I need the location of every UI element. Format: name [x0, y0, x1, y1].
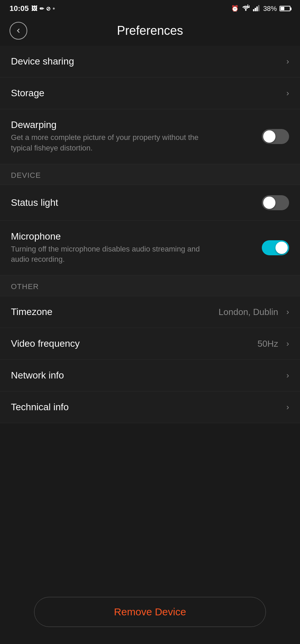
timezone-value: London, Dublin	[219, 307, 278, 317]
device-sharing-item[interactable]: Device sharing ›	[0, 46, 300, 77]
back-button[interactable]	[10, 22, 27, 40]
technical-info-chevron: ›	[286, 402, 289, 412]
other-section-label: OTHER	[11, 282, 39, 291]
device-section-header: DEVICE	[0, 164, 300, 185]
device-sharing-label: Device sharing	[11, 56, 281, 67]
battery-icon	[280, 6, 290, 11]
timezone-item[interactable]: Timezone London, Dublin ›	[0, 296, 300, 328]
svg-rect-5	[256, 6, 258, 11]
svg-rect-1	[247, 4, 248, 8]
status-bar: 10:05 🖼 ✏ ⊘ • ⏰	[0, 0, 300, 16]
status-light-toggle-track[interactable]	[262, 195, 289, 210]
technical-info-item[interactable]: Technical info ›	[0, 391, 300, 423]
timezone-chevron: ›	[286, 307, 289, 317]
signal-icon	[253, 4, 260, 13]
svg-rect-4	[255, 8, 256, 11]
microphone-toggle[interactable]	[262, 240, 289, 255]
dewarping-toggle-track[interactable]	[262, 129, 289, 144]
microphone-toggle-track[interactable]	[262, 240, 289, 255]
svg-rect-6	[258, 5, 259, 11]
wifi-icon	[241, 4, 250, 13]
dewarping-toggle-thumb	[263, 130, 275, 143]
video-frequency-item[interactable]: Video frequency 50Hz ›	[0, 328, 300, 360]
status-light-label: Status light	[11, 197, 262, 208]
page-title: Preferences	[27, 24, 273, 38]
dewarping-desc: Get a more complete picture of your prop…	[11, 132, 202, 154]
network-info-item[interactable]: Network info ›	[0, 360, 300, 391]
network-info-label: Network info	[11, 370, 281, 381]
remove-device-button[interactable]: Remove Device	[34, 597, 266, 627]
microphone-toggle-thumb	[275, 242, 288, 254]
gallery-icon: 🖼	[31, 5, 38, 12]
storage-label: Storage	[11, 88, 281, 99]
storage-item[interactable]: Storage ›	[0, 77, 300, 109]
status-time: 10:05	[10, 4, 29, 13]
status-light-item: Status light	[0, 185, 300, 221]
svg-point-0	[245, 10, 246, 11]
svg-rect-3	[253, 9, 254, 11]
dnd-icon: ⊘	[46, 5, 50, 12]
device-sharing-chevron: ›	[286, 57, 289, 66]
dewarping-toggle[interactable]	[262, 129, 289, 144]
microphone-desc: Turning off the microphone disables audi…	[11, 244, 202, 265]
bottom-section: Remove Device	[0, 423, 300, 644]
status-light-toggle[interactable]	[262, 195, 289, 210]
storage-chevron: ›	[286, 88, 289, 98]
microphone-item: Microphone Turning off the microphone di…	[0, 221, 300, 276]
microphone-label: Microphone	[11, 231, 262, 242]
battery-percent: 38%	[263, 5, 277, 13]
header: Preferences	[0, 16, 300, 46]
content: Device sharing › Storage › Dewarping Get…	[0, 46, 300, 644]
timezone-label: Timezone	[11, 306, 219, 317]
status-light-toggle-thumb	[263, 197, 275, 209]
network-info-chevron: ›	[286, 371, 289, 380]
dewarping-item: Dewarping Get a more complete picture of…	[0, 109, 300, 164]
video-frequency-label: Video frequency	[11, 338, 257, 349]
device-section-label: DEVICE	[11, 171, 41, 180]
pen-icon: ✏	[40, 5, 44, 12]
alarm-icon: ⏰	[231, 5, 239, 12]
video-frequency-value: 50Hz	[257, 339, 278, 349]
dewarping-label: Dewarping	[11, 119, 262, 130]
dot-icon: •	[52, 5, 55, 13]
svg-rect-2	[249, 5, 250, 8]
video-frequency-chevron: ›	[286, 339, 289, 348]
technical-info-label: Technical info	[11, 402, 281, 413]
other-section-header: OTHER	[0, 275, 300, 296]
